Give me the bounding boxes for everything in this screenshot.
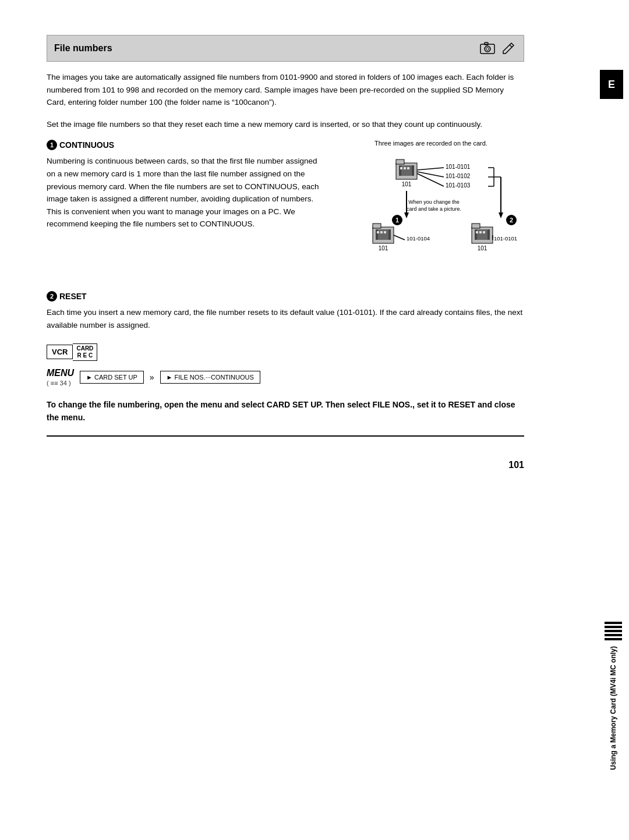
continuous-heading: 1 CONTINUOUS [47, 140, 320, 150]
svg-line-4 [510, 45, 512, 47]
svg-marker-26 [404, 212, 409, 218]
vertical-text-container: Using a Memory Card (MV4i MC only) [597, 622, 629, 770]
card-rec-box: CARD R E C [73, 343, 97, 361]
menu-label: MENU [47, 368, 74, 378]
circle-1: 1 [47, 140, 57, 150]
main-content: File numbers [0, 0, 559, 840]
svg-line-17 [417, 168, 444, 170]
svg-rect-40 [377, 231, 379, 233]
reset-section: 2 RESET Each time you insert a new memor… [47, 291, 524, 331]
file-number-diagram: 101 101-0101 101-0102 101-0103 [344, 151, 518, 279]
intro-paragraph2: Set the image file numbers so that they … [47, 118, 524, 131]
svg-rect-8 [399, 165, 401, 176]
svg-line-19 [417, 173, 444, 186]
svg-text:101: 101 [402, 181, 412, 187]
continuous-section: 1 CONTINUOUS Numbering is continuous bet… [47, 140, 524, 279]
continuous-body: Numbering is continuous between cards, s… [47, 155, 320, 231]
reset-heading: 2 RESET [47, 291, 524, 302]
svg-rect-49 [487, 229, 490, 240]
svg-text:101-0104: 101-0104 [407, 235, 430, 242]
vertical-text: Using a Memory Card (MV4i MC only) [609, 646, 617, 770]
conclusion-text: To change the file numbering, open the m… [47, 398, 524, 424]
vcr-card-block: VCR CARD R E C [47, 343, 524, 361]
right-sidebar: E Using a Memory Card (MV4i MC only) [594, 0, 629, 840]
menu-sub: ( ≡≡ 34 ) [47, 380, 71, 387]
menu-item1-box: ► CARD SET UP [80, 371, 144, 384]
svg-rect-10 [400, 167, 402, 169]
svg-point-1 [485, 46, 490, 52]
reset-body: Each time you insert a new memory card, … [47, 306, 524, 331]
svg-rect-42 [384, 231, 386, 233]
svg-rect-41 [380, 231, 383, 233]
v-line-2 [605, 626, 622, 628]
file-numbers-header: File numbers [47, 35, 524, 62]
double-arrow-icon: » [150, 373, 154, 382]
svg-text:101-0103: 101-0103 [446, 182, 471, 189]
page-number: 101 [47, 460, 524, 470]
pencil-icon [500, 40, 517, 56]
svg-text:101-0101: 101-0101 [446, 164, 471, 170]
svg-text:101-0101: 101-0101 [494, 235, 517, 242]
continuous-heading-text: CONTINUOUS [59, 140, 114, 150]
v-line-4 [605, 634, 622, 636]
svg-text:101: 101 [478, 245, 487, 251]
svg-rect-12 [407, 167, 409, 169]
circle-2: 2 [47, 291, 57, 302]
svg-rect-39 [388, 229, 391, 240]
v-line-1 [605, 622, 622, 624]
svg-rect-46 [472, 224, 480, 228]
header-icons [479, 40, 517, 56]
intro-paragraph: The images you take are automatically as… [47, 71, 524, 109]
svg-rect-2 [485, 42, 488, 45]
svg-text:101: 101 [379, 245, 388, 251]
page-container: File numbers [0, 0, 629, 840]
card-rec-line2: R E C [76, 352, 93, 359]
svg-marker-28 [499, 212, 503, 218]
vertical-lines-decoration [605, 622, 622, 640]
svg-rect-9 [412, 165, 414, 176]
svg-line-18 [417, 172, 444, 177]
svg-text:101-0102: 101-0102 [446, 173, 471, 179]
svg-text:card and take a picture.: card and take a picture. [407, 206, 461, 212]
svg-rect-48 [475, 229, 477, 240]
menu-item2-box: ► FILE NOS.···CONTINUOUS [160, 371, 260, 384]
camera-icon [479, 40, 496, 56]
v-line-5 [605, 638, 622, 640]
v-line-3 [605, 630, 622, 632]
svg-rect-6 [396, 160, 404, 164]
diagram-caption: Three images are recorded on the card. [374, 140, 487, 147]
file-numbers-title: File numbers [54, 43, 112, 54]
menu-item1: ► CARD SET UP [86, 374, 137, 381]
svg-text:1: 1 [395, 217, 399, 224]
menu-item2: ► FILE NOS.···CONTINUOUS [167, 374, 254, 381]
reset-heading-text: RESET [59, 292, 87, 301]
vcr-label: VCR [47, 345, 73, 359]
menu-block: MENU ( ≡≡ 34 ) ► CARD SET UP » ► FILE NO… [47, 368, 524, 387]
svg-rect-38 [376, 229, 378, 240]
bottom-divider [47, 435, 524, 437]
e-tab: E [600, 70, 623, 99]
continuous-right: Three images are recorded on the card. [338, 140, 524, 279]
svg-text:When you change the: When you change the [408, 199, 460, 205]
svg-point-3 [486, 48, 489, 51]
svg-rect-36 [373, 224, 381, 228]
card-rec-line1: CARD [76, 345, 93, 352]
svg-line-55 [394, 235, 405, 240]
svg-rect-50 [476, 231, 478, 233]
svg-text:2: 2 [510, 217, 513, 224]
svg-rect-51 [479, 231, 482, 233]
continuous-left: 1 CONTINUOUS Numbering is continuous bet… [47, 140, 320, 279]
svg-rect-52 [483, 231, 485, 233]
svg-rect-11 [404, 167, 406, 169]
